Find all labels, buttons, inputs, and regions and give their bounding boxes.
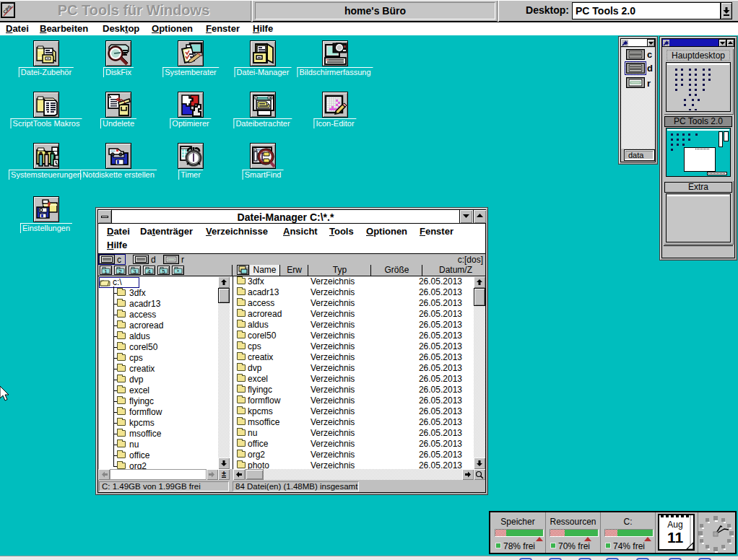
svg-text:*: * — [177, 268, 179, 275]
svg-text:3: 3 — [133, 268, 136, 275]
svg-text:11: 11 — [667, 529, 684, 546]
svg-text:4: 4 — [147, 268, 151, 275]
svg-text:5: 5 — [162, 268, 165, 275]
svg-text:1: 1 — [104, 268, 108, 275]
svg-text:2: 2 — [118, 268, 122, 275]
svg-text:Aug: Aug — [667, 520, 682, 530]
